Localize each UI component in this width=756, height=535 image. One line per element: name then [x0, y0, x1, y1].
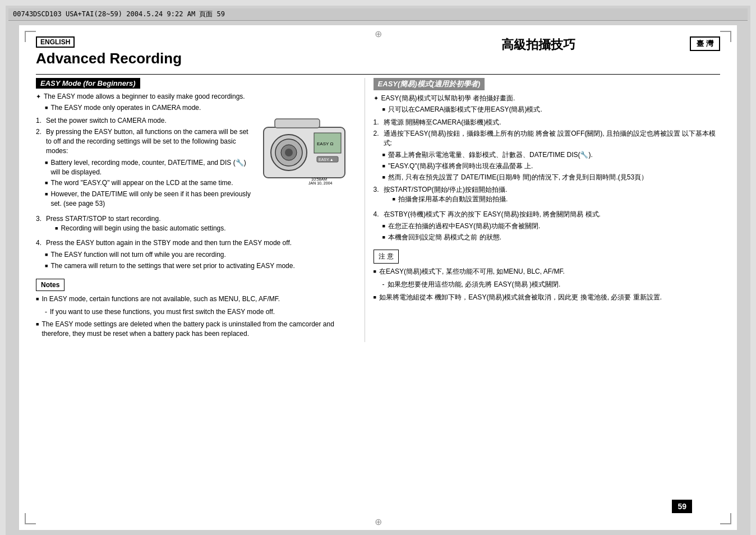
left-intro-list: The EASY mode allows a beginner to easil…: [36, 92, 356, 113]
svg-text:EASY.▲: EASY.▲: [319, 158, 334, 162]
right-intro-item: EASY(簡易)模式可以幫助初學 者拍攝好畫面.: [374, 94, 720, 103]
left-column: EASY Mode (for Beginners) The EASY mode …: [36, 78, 365, 342]
right-step3: 3. 按START/STOP(開始/停止)按鈕開始拍攝. 拍攝會採用基本的自動設…: [374, 185, 720, 207]
page-number-box: 59: [672, 500, 692, 513]
step2: 2. By pressing the EASY button, all func…: [36, 127, 252, 155]
taiwan-badge: 臺 灣: [690, 36, 720, 51]
notes-list: In EASY mode, certain functions are not …: [36, 294, 356, 304]
zh-b2: "EASY.Q"(簡易)字樣將會同時出現在液晶螢幕 上.: [382, 162, 720, 171]
doc-title-right: 高級拍攝技巧: [386, 36, 720, 53]
corner-tr: [720, 31, 731, 42]
step2-b3: However, the DATE/TIME will only be seen…: [45, 190, 252, 209]
note2: The EASY mode settings are deleted when …: [36, 320, 356, 339]
right-notes-list2: 如果將電池組從本 機卸下時，EASY(簡易)模式就會被取消，因此更 換電池後, …: [374, 293, 720, 302]
notes-sub-list: If you want to use these functions, you …: [45, 307, 356, 317]
right-column: EASY(簡易)模式(適用於初學者) EASY(簡易)模式可以幫助初學 者拍攝好…: [365, 78, 720, 342]
steps-text: 1. Set the power switch to CAMERA mode. …: [36, 116, 252, 212]
note-sub: If you want to use these functions, you …: [45, 307, 356, 317]
right-intro-list: EASY(簡易)模式可以幫助初學 者拍攝好畫面. 只可以在CAMERA攝影模式下…: [374, 94, 720, 114]
steps-with-image: 1. Set the power switch to CAMERA mode. …: [36, 116, 356, 212]
step4-b1: The EASY function will not turn off whil…: [45, 250, 356, 260]
right-step2: 2. 通過按下EASY(簡易)按鈕，攝錄影機上所有的功能 將會被 設置OFF(關…: [374, 129, 720, 148]
cross-mark-top: ⊕: [375, 29, 382, 39]
svg-text:JAN 10, 2004: JAN 10, 2004: [308, 181, 333, 185]
notes-box: Notes: [36, 279, 64, 291]
top-bar-text: 00743DSCD103 USA+TAI(28~59) 2004.5.24 9:…: [13, 10, 225, 18]
zh-note2: 如果將電池組從本 機卸下時，EASY(簡易)模式就會被取消，因此更 換電池後, …: [374, 293, 720, 302]
svg-point-4: [285, 149, 293, 156]
top-bar: 00743DSCD103 USA+TAI(28~59) 2004.5.24 9:…: [8, 8, 748, 21]
zh-b1: 螢幕上將會顯示電池電量、錄影模式、計數器、DATE/TIME DIS(🔧).: [382, 150, 720, 160]
document-wrapper: ⊕ ENGLISH Advanced Recording 臺 灣 高級拍攝技巧 …: [19, 25, 737, 530]
step4-b2: The camera will return to the settings t…: [45, 261, 356, 271]
right-step3-sub: 拍攝會採用基本的自動設置開始拍攝.: [393, 195, 720, 204]
left-section-header: EASY Mode (for Beginners): [36, 78, 140, 89]
center-cross-bottom: ⊕: [372, 516, 384, 527]
center-cross-top: ⊕: [372, 28, 384, 39]
left-intro-item: The EASY mode allows a beginner to easil…: [36, 92, 356, 102]
step2-b2: The word "EASY.Q" will appear on the LCD…: [45, 178, 252, 188]
zh-s4-b2: 本機會回到設定簡 易模式之前 的狀態.: [382, 233, 720, 242]
right-notes-sub-list: 如果您想要使用這些功能, 必須先將 EASY(簡易 )模式關閉.: [382, 280, 720, 289]
corner-bl: [25, 513, 36, 524]
right-notes-list: 在EASY(簡易)模式下, 某些功能不可用, 如MENU, BLC, AF/MF…: [374, 267, 720, 276]
svg-text:10:58AM: 10:58AM: [311, 177, 327, 181]
right-header: 臺 灣 高級拍攝技巧: [378, 36, 720, 53]
corner-tl: [25, 31, 36, 42]
camera-image: EASY Ω EASY.▲ 10:58AM JAN 10, 2004: [258, 116, 356, 212]
zh-note1: 在EASY(簡易)模式下, 某些功能不可用, 如MENU, BLC, AF/MF…: [374, 267, 720, 276]
zhujyi-box: 注 意: [374, 250, 399, 264]
right-step2-bullets: 螢幕上將會顯示電池電量、錄影模式、計數器、DATE/TIME DIS(🔧). "…: [382, 150, 720, 182]
right-step4: 4. 在STBY(待機)模式下 再次的按下 EASY(簡易)按鈕時, 將會關閉簡…: [374, 210, 720, 219]
step3: 3. Press START/STOP to start recording. …: [36, 214, 356, 237]
svg-text:EASY Ω: EASY Ω: [317, 141, 333, 146]
zh-note-sub: 如果您想要使用這些功能, 必須先將 EASY(簡易 )模式關閉.: [382, 280, 720, 289]
left-intro-sub1: The EASY mode only operates in CAMERA mo…: [45, 103, 356, 113]
right-section-header: EASY(簡易)模式(適用於初學者): [374, 78, 485, 90]
page-container: 00743DSCD103 USA+TAI(28~59) 2004.5.24 9:…: [6, 6, 750, 535]
notes-list2: The EASY mode settings are deleted when …: [36, 320, 356, 339]
note1: In EASY mode, certain functions are not …: [36, 294, 356, 304]
right-intro-sub1: 只可以在CAMERA攝影模式下使用EASY(簡易)模式.: [382, 105, 720, 114]
english-badge: ENGLISH: [36, 36, 75, 48]
left-header: ENGLISH Advanced Recording: [36, 36, 378, 67]
camera-svg: EASY Ω EASY.▲ 10:58AM JAN 10, 2004: [258, 116, 353, 186]
cross-mark-bottom: ⊕: [375, 516, 382, 527]
step2-bullets: Battery level, recording mode, counter, …: [45, 158, 252, 209]
main-content: EASY Mode (for Beginners) The EASY mode …: [36, 78, 720, 342]
svg-rect-9: [275, 119, 320, 128]
right-step4-bullets: 在您正在拍攝的過程中EASY(簡易)功能不會被關閉. 本機會回到設定簡 易模式之…: [382, 222, 720, 242]
zh-b3: 然而, 只有在預先設置了 DATE/TIME(日期/時 間)的情況下, 才會見到…: [382, 173, 720, 182]
doc-title-left: Advanced Recording: [36, 50, 370, 67]
step2-b1: Battery level, recording mode, counter, …: [45, 158, 252, 177]
step4: 4. Press the EASY button again in the ST…: [36, 238, 356, 248]
step1: 1. Set the power switch to CAMERA mode.: [36, 116, 252, 126]
zh-s4-b1: 在您正在拍攝的過程中EASY(簡易)功能不會被關閉.: [382, 222, 720, 231]
step4-bullets: The EASY function will not turn off whil…: [45, 250, 356, 271]
corner-br: [720, 513, 731, 524]
right-step1: 1. 將電源 開關轉至CAMERA(攝影機)模式.: [374, 118, 720, 127]
page-number: 59: [677, 502, 686, 511]
step3-sub: Recording will begin using the basic aut…: [55, 224, 356, 233]
